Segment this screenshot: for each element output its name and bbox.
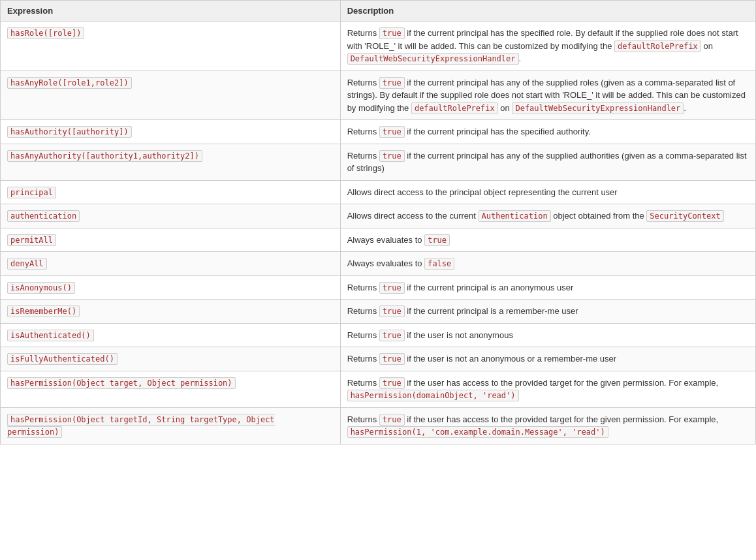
description-code: true <box>379 330 405 341</box>
description-text: if the user is not anonymous <box>405 330 513 340</box>
description-cell: Returns true if the user has access to t… <box>340 407 755 444</box>
expression-cell: hasAnyAuthority([authority1,authority2]) <box>1 144 341 180</box>
description-cell: Returns true if the current principal ha… <box>340 70 755 120</box>
table-row: isRememberMe()Returns true if the curren… <box>1 300 756 324</box>
description-code: hasPermission(1, 'com.example.domain.Mes… <box>347 426 608 438</box>
description-text: . <box>519 54 522 63</box>
description-cell: Returns true if the current principal is… <box>340 275 755 300</box>
description-text: if the user has access to the provided t… <box>405 378 719 388</box>
description-code: true <box>379 150 405 162</box>
table-row: hasPermission(Object target, Object perm… <box>1 371 756 407</box>
description-text: if the current principal has any of the … <box>347 151 747 174</box>
expression-code: hasAnyAuthority([authority1,authority2]) <box>7 150 202 162</box>
expression-code: hasPermission(Object targetId, String ta… <box>7 414 275 439</box>
expression-code: authentication <box>7 210 80 222</box>
expression-cell: isAnonymous() <box>1 275 341 300</box>
table-row: permitAllAlways evaluates to true <box>1 228 756 252</box>
description-text: Returns <box>347 414 379 424</box>
description-text: object obtained from the <box>551 211 647 221</box>
description-text: Always evaluates to <box>347 258 425 268</box>
expression-cell: isRememberMe() <box>1 300 341 324</box>
description-text: . <box>684 103 686 113</box>
description-text: if the current principal is a remember-m… <box>405 306 578 316</box>
description-text: if the user has access to the provided t… <box>405 414 719 424</box>
description-text: Allows direct access to the current <box>347 211 479 221</box>
description-code: true <box>424 234 450 246</box>
description-code: true <box>379 126 405 138</box>
table-row: hasPermission(Object targetId, String ta… <box>1 407 756 444</box>
expression-cell: hasAnyRole([role1,role2]) <box>1 70 341 120</box>
table-row: isAnonymous()Returns true if the current… <box>1 275 756 300</box>
expression-code: isRememberMe() <box>7 305 80 317</box>
description-cell: Returns true if the user is not anonymou… <box>340 323 755 347</box>
expression-code: hasAnyRole([role1,role2]) <box>7 77 132 89</box>
expression-code: permitAll <box>7 234 56 246</box>
description-cell: Returns true if the user is not an anony… <box>340 347 755 371</box>
description-code: defaultRolePrefix <box>411 102 498 114</box>
description-code: Authentication <box>479 210 551 222</box>
description-text: Allows direct access to the principal ob… <box>347 187 618 197</box>
description-text: if the user is not an anonymous or a rem… <box>405 354 616 364</box>
description-text: Returns <box>347 127 379 136</box>
description-code: true <box>379 282 405 294</box>
table-row: isAuthenticated()Returns true if the use… <box>1 323 756 347</box>
description-code: true <box>379 77 405 89</box>
description-text: Returns <box>347 151 379 161</box>
description-text: Returns <box>347 78 379 87</box>
description-cell: Always evaluates to false <box>340 252 755 276</box>
description-code: DefaultWebSecurityExpressionHandler <box>512 102 684 114</box>
description-text: Returns <box>347 283 379 292</box>
expression-header: Expression <box>1 1 341 22</box>
description-text: Returns <box>347 28 379 38</box>
description-code: DefaultWebSecurityExpressionHandler <box>347 53 519 65</box>
description-code: true <box>379 377 405 389</box>
description-code: hasPermission(domainObject, 'read') <box>347 390 519 401</box>
expression-code: isAnonymous() <box>7 282 75 294</box>
description-code: true <box>379 353 405 365</box>
expression-code: isFullyAuthenticated() <box>7 353 118 365</box>
description-cell: Returns true if the current principal ha… <box>340 144 755 180</box>
description-cell: Returns true if the current principal ha… <box>340 120 755 144</box>
description-code: SecurityContext <box>646 210 723 222</box>
description-text: Returns <box>347 306 379 316</box>
table-row: authenticationAllows direct access to th… <box>1 204 756 228</box>
description-cell: Always evaluates to true <box>340 228 755 252</box>
expressions-table: Expression Description hasRole([role])Re… <box>0 0 756 444</box>
expression-cell: hasRole([role]) <box>1 22 341 71</box>
expression-code: hasPermission(Object target, Object perm… <box>7 377 236 389</box>
description-text: Always evaluates to <box>347 235 425 245</box>
expression-cell: authentication <box>1 204 341 228</box>
expression-code: hasAuthority([authority]) <box>7 126 132 138</box>
expression-cell: isFullyAuthenticated() <box>1 347 341 371</box>
description-text: if the current principal is an anonymous… <box>405 283 574 292</box>
table-row: isFullyAuthenticated()Returns true if th… <box>1 347 756 371</box>
description-code: true <box>379 27 405 39</box>
description-cell: Allows direct access to the current Auth… <box>340 204 755 228</box>
description-text: Returns <box>347 354 379 364</box>
description-cell: Returns true if the user has access to t… <box>340 371 755 407</box>
description-text: if the current principal has the specifi… <box>405 127 591 136</box>
expression-code: principal <box>7 187 56 198</box>
table-row: denyAllAlways evaluates to false <box>1 252 756 276</box>
table-row: hasAuthority([authority])Returns true if… <box>1 120 756 144</box>
description-code: defaultRolePrefix <box>614 40 701 52</box>
table-row: principalAllows direct access to the pri… <box>1 180 756 204</box>
description-header: Description <box>340 1 755 22</box>
expression-cell: hasAuthority([authority]) <box>1 120 341 144</box>
expression-cell: hasPermission(Object target, Object perm… <box>1 371 341 407</box>
expression-cell: hasPermission(Object targetId, String ta… <box>1 407 341 444</box>
description-cell: Returns true if the current principal is… <box>340 300 755 324</box>
description-text: Returns <box>347 378 379 388</box>
expression-cell: isAuthenticated() <box>1 323 341 347</box>
description-cell: Returns true if the current principal ha… <box>340 22 755 71</box>
expression-cell: principal <box>1 180 341 204</box>
description-code: true <box>379 305 405 317</box>
expression-code: denyAll <box>7 258 47 270</box>
description-text: on <box>701 41 713 51</box>
description-text: on <box>498 103 512 113</box>
table-row: hasRole([role])Returns true if the curre… <box>1 22 756 71</box>
table-row: hasAnyAuthority([authority1,authority2])… <box>1 144 756 180</box>
description-code: true <box>379 414 405 426</box>
description-text: Returns <box>347 330 379 340</box>
table-row: hasAnyRole([role1,role2])Returns true if… <box>1 70 756 120</box>
